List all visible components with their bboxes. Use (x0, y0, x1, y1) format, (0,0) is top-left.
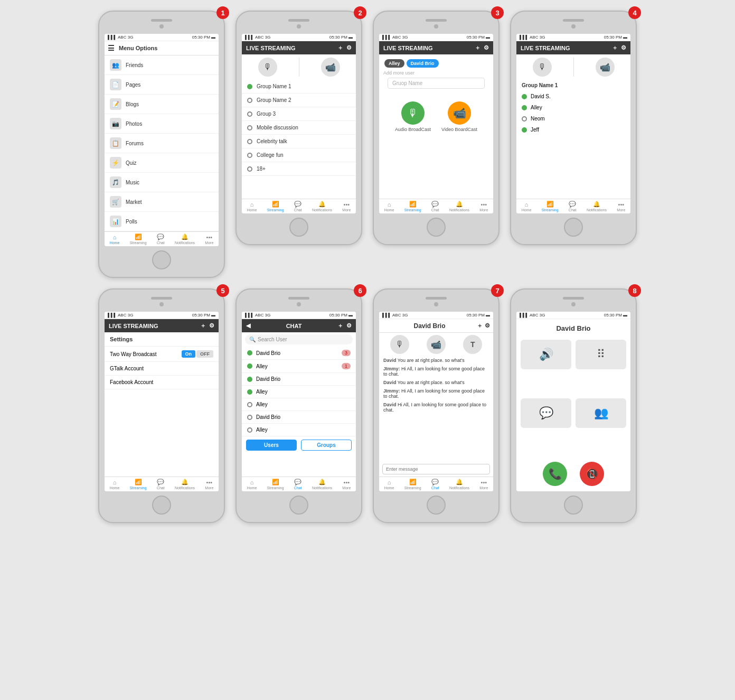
add-icon[interactable]: ＋ (200, 322, 206, 330)
nav-item-chat[interactable]: 💬 Chat (431, 479, 439, 490)
nav-item-chat[interactable]: 💬 Chat (569, 201, 577, 212)
text-icon[interactable]: T (463, 335, 482, 354)
nav-item-more[interactable]: ••• More (617, 201, 625, 212)
menu-item[interactable]: ⚡ Quiz (105, 153, 219, 173)
group-item[interactable]: Mobile discussion (242, 121, 356, 135)
nav-item-home[interactable]: ⌂ Home (522, 201, 532, 212)
nav-item-more[interactable]: ••• More (479, 201, 488, 212)
group-item[interactable]: Group Name 2 (242, 94, 356, 107)
nav-item-home[interactable]: ⌂ Home (247, 479, 257, 490)
menu-item[interactable]: 📝 Blogs (105, 95, 219, 114)
camera-icon[interactable]: 📹 (427, 335, 446, 354)
phone-home-button[interactable] (289, 218, 308, 237)
menu-item[interactable]: 🛒 Market (105, 192, 219, 212)
group-item[interactable]: Celebrity talk (242, 135, 356, 148)
user-tag[interactable]: Alley (384, 59, 404, 68)
nav-item-home[interactable]: ⌂ Home (110, 479, 120, 490)
chat-list-item[interactable]: David Brio 3 (242, 347, 356, 360)
phone-home-button[interactable] (289, 496, 308, 515)
accept-call-btn[interactable]: 📞 (543, 462, 567, 486)
nav-item-home[interactable]: ⌂ Home (384, 479, 394, 490)
call-option-btn-0[interactable]: 🔊 (521, 340, 571, 369)
nav-item-notifications[interactable]: 🔔 Notifications (175, 479, 195, 490)
nav-item-streaming[interactable]: 📶 Streaming (267, 479, 284, 490)
nav-item-chat[interactable]: 💬 Chat (431, 201, 439, 212)
chat-list-item[interactable]: Alley (242, 386, 356, 398)
nav-item-home[interactable]: ⌂ Home (110, 234, 120, 245)
add-icon[interactable]: ＋ (337, 322, 343, 330)
menu-item[interactable]: 📊 Polls (105, 212, 219, 231)
decline-call-btn[interactable]: 📵 (580, 462, 604, 486)
call-option-btn-3[interactable]: 👥 (576, 398, 626, 428)
mic-icon[interactable]: 🎙 (258, 58, 277, 77)
tab-groups[interactable]: Groups (301, 440, 352, 451)
nav-item-more[interactable]: ••• More (205, 234, 213, 245)
nav-item-notifications[interactable]: 🔔 Notifications (449, 201, 469, 212)
group-item[interactable]: College fun (242, 148, 356, 162)
add-icon[interactable]: ＋ (475, 44, 480, 52)
audio-broadcast-btn[interactable]: 🎙 Audio BroadCast (395, 101, 431, 132)
chat-list-item[interactable]: David Brio (242, 411, 356, 424)
group-item[interactable]: 18+ (242, 162, 356, 176)
nav-item-streaming[interactable]: 📶 Streaming (404, 479, 421, 490)
nav-item-streaming[interactable]: 📶 Streaming (404, 201, 421, 212)
phone-home-button[interactable] (564, 496, 583, 515)
phone-home-button[interactable] (427, 218, 446, 237)
gear-icon[interactable]: ⚙ (621, 44, 626, 51)
toggle-on-btn[interactable]: On (182, 350, 196, 358)
group-name-input[interactable]: Gruop Name (388, 78, 485, 89)
nav-item-chat[interactable]: 💬 Chat (294, 201, 302, 212)
back-icon[interactable]: ◀ (246, 322, 250, 329)
gear-icon[interactable]: ⚙ (346, 44, 352, 51)
tab-users[interactable]: Users (246, 440, 297, 451)
chat-list-item[interactable]: David Brio (242, 373, 356, 386)
nav-item-notifications[interactable]: 🔔 Notifications (449, 479, 469, 490)
gear-icon[interactable]: ⚙ (346, 322, 352, 329)
mic-icon[interactable]: 🎙 (533, 58, 552, 77)
camera-icon[interactable]: 📹 (321, 58, 340, 77)
chat-list-item[interactable]: Alley 1 (242, 360, 356, 373)
nav-item-home[interactable]: ⌂ Home (247, 201, 257, 212)
group-item[interactable]: Group 3 (242, 107, 356, 121)
toggle-off-btn[interactable]: OFF (196, 350, 213, 358)
hamburger-icon[interactable]: ☰ (108, 44, 115, 52)
group-item[interactable]: Group Name 1 (242, 80, 356, 94)
chat-list-item[interactable]: Alley (242, 424, 356, 436)
nav-item-streaming[interactable]: 📶 Streaming (130, 479, 147, 490)
add-icon[interactable]: ＋ (337, 44, 343, 52)
nav-item-streaming[interactable]: 📶 Streaming (542, 201, 559, 212)
call-option-btn-1[interactable]: ⠿ (576, 340, 626, 369)
nav-item-chat[interactable]: 💬 Chat (294, 479, 302, 490)
phone-home-button[interactable] (427, 496, 446, 515)
phone-home-button[interactable] (152, 250, 171, 269)
add-icon[interactable]: ＋ (477, 322, 483, 330)
menu-item[interactable]: 📄 Pages (105, 75, 219, 95)
gear-icon[interactable]: ⚙ (485, 322, 490, 329)
nav-item-streaming[interactable]: 📶 Streaming (267, 201, 284, 212)
chat-list-item[interactable]: Alley (242, 398, 356, 411)
nav-item-notifications[interactable]: 🔔 Notifications (312, 201, 332, 212)
video-broadcast-btn[interactable]: 📹 Video BoardCast (441, 101, 477, 132)
nav-item-more[interactable]: ••• More (205, 479, 213, 490)
gear-icon[interactable]: ⚙ (484, 44, 489, 51)
add-icon[interactable]: ＋ (612, 44, 618, 52)
search-bar[interactable]: 🔍 Search User (245, 334, 353, 344)
nav-item-chat[interactable]: 💬 Chat (157, 479, 165, 490)
nav-item-chat[interactable]: 💬 Chat (157, 234, 165, 245)
nav-item-notifications[interactable]: 🔔 Notifications (587, 201, 607, 212)
menu-item[interactable]: 🎵 Music (105, 173, 219, 192)
nav-item-more[interactable]: ••• More (342, 479, 351, 490)
phone-home-button[interactable] (564, 218, 583, 237)
nav-item-home[interactable]: ⌂ Home (384, 201, 394, 212)
nav-item-more[interactable]: ••• More (342, 201, 351, 212)
mic-icon[interactable]: 🎙 (390, 335, 409, 354)
menu-item[interactable]: 👥 Friends (105, 55, 219, 75)
phone-home-button[interactable] (152, 496, 171, 515)
message-input[interactable] (383, 464, 489, 474)
menu-item[interactable]: 📋 Forums (105, 134, 219, 153)
nav-item-notifications[interactable]: 🔔 Notifications (312, 479, 332, 490)
camera-icon[interactable]: 📹 (596, 58, 615, 77)
call-option-btn-2[interactable]: 💬 (521, 398, 571, 428)
gear-icon[interactable]: ⚙ (209, 322, 214, 329)
nav-item-streaming[interactable]: 📶 Streaming (130, 234, 147, 245)
